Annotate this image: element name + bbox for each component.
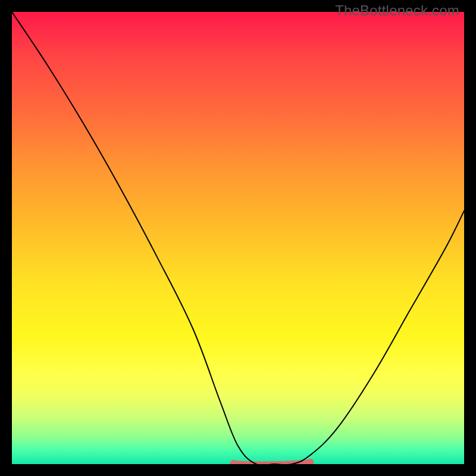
optimal-range-endpoint <box>230 460 237 464</box>
chart-svg <box>12 12 464 464</box>
bottleneck-curve <box>12 12 464 464</box>
chart-plot-area <box>12 12 464 464</box>
watermark-text: TheBottleneck.com <box>335 2 459 19</box>
optimal-range-endpoint <box>307 459 314 464</box>
